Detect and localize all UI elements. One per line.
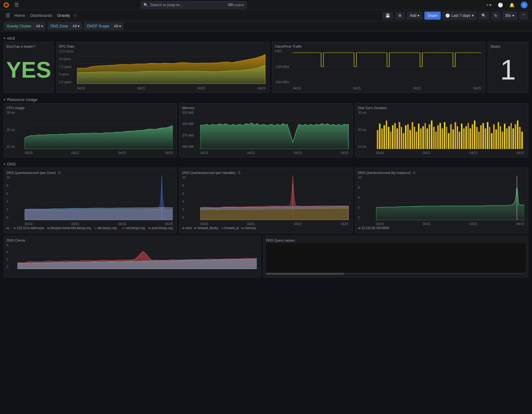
dns-queries-instance-panel: DNS Queries/second (by instance) ⚠ 10 8 … [355, 168, 528, 233]
svg-rect-40 [383, 125, 385, 149]
rpc-rate-chart: 12.5 ops/s 10 ops/s 7.5 ops/s 5 ops/s 2.… [59, 50, 267, 90]
dns-zone-y-axis: 10 8 6 4 2 0 [7, 176, 24, 219]
svg-rect-39 [381, 128, 383, 149]
resource-section-label: Resource Usage [7, 97, 37, 102]
etcd-section-header[interactable]: ▾ etcd [4, 34, 528, 42]
svg-rect-68 [444, 122, 445, 149]
add-chevron-icon: ▾ [418, 13, 419, 18]
gravity-cluster-var: Gravity Cluster All ▾ [4, 22, 45, 30]
cpu-y-0: 30 ms [7, 111, 22, 114]
memory-x-axis: 04/19 04/21 04/23 04/25 [200, 151, 348, 155]
svg-rect-74 [457, 126, 458, 149]
legend-lab-item: lab.beryju.org. [94, 226, 117, 230]
dns-zone-select[interactable]: All ▾ [70, 22, 82, 30]
collapse-button[interactable]: ⌃ [519, 12, 528, 20]
gravity-cluster-label: Gravity Cluster [4, 22, 34, 30]
dns-row2: DNS Clients 6 4 2 0 [4, 236, 528, 277]
svg-rect-59 [424, 123, 426, 149]
settings-button[interactable]: ⚙ [395, 12, 405, 20]
star-icon[interactable]: ☆ [73, 13, 77, 18]
svg-rect-79 [467, 123, 469, 149]
svg-rect-56 [418, 124, 419, 149]
svg-rect-81 [472, 124, 473, 149]
legend-fwdip-label: forward_ip [225, 226, 239, 230]
gravity-cluster-select[interactable]: All ▾ [34, 22, 45, 30]
legend-prod-item: prod.beryju.org. [148, 226, 173, 230]
resource-row: CPU Usage 30 ms 20 ms 10 ms [4, 103, 528, 157]
breadcrumb-home[interactable]: Home [14, 13, 25, 18]
svg-rect-87 [485, 128, 486, 149]
disk-sync-x-axis: 04/19 04/21 04/23 04/25 [376, 151, 524, 155]
dns-handler-chart: 10 8 6 4 2 0 [182, 176, 350, 226]
rpc-rate-y-axis: 12.5 ops/s 10 ops/s 7.5 ops/s 5 ops/s 2.… [59, 50, 76, 84]
dhcp-scope-select[interactable]: All ▾ [112, 22, 123, 30]
refresh-icon: ↻ [494, 13, 497, 18]
rpc-rate-chart-inner [77, 50, 265, 84]
search-bar[interactable]: 🔍 Search or jump to... ⌨ cmd+k [141, 1, 247, 9]
etcd-leader-value: YES [7, 50, 51, 90]
resource-usage-section-header[interactable]: ▾ Resource Usage [4, 95, 528, 103]
clock-range-icon: 🕐 [445, 13, 450, 18]
svg-rect-97 [506, 128, 508, 149]
dns-clients-chart-inner [17, 243, 257, 269]
dns-clients-chart: 6 4 2 0 [7, 243, 258, 275]
dns-query-names-title: DNS Query names [266, 238, 525, 242]
etcd-section-label: etcd [7, 36, 15, 41]
breadcrumb: Home › Dashboards › Gravity ☆ [14, 13, 77, 18]
notifications-button[interactable]: 🔔 [507, 2, 516, 8]
legend-memory-item: memory [241, 226, 256, 230]
share-button[interactable]: Share [424, 12, 441, 20]
share-label: Share [428, 13, 438, 18]
legend-label-home: beryjuio-home.k8s.beryju.org. [51, 226, 92, 230]
legend-arpa-item: 120.10.in-addr.arpa. [13, 226, 45, 230]
dns-row1: DNS Queries/second (per Zone) ⚠ 10 8 6 4… [4, 168, 528, 233]
dashboard-content: ▾ etcd Etcd has a leader? YES RPC Rate 1… [0, 31, 532, 282]
dns-instance-chart-inner [376, 176, 524, 220]
breadcrumb-dashboards[interactable]: Dashboards [30, 13, 52, 18]
sidebar-toggle-button[interactable]: ☰ [4, 12, 12, 19]
zoom-out-button[interactable]: 🔍 [478, 12, 489, 20]
legend-fwdip-color [221, 228, 224, 229]
add-button[interactable]: Add ▾ [407, 12, 423, 20]
avatar-button[interactable]: G [519, 1, 530, 9]
clock-icon: 🕐 [498, 2, 503, 7]
svg-rect-46 [396, 128, 398, 149]
dns-zone-var: DNS Zone All ▾ [48, 22, 82, 30]
refresh-button[interactable]: ↻ [491, 12, 501, 20]
x-1: 04/21 [353, 87, 361, 90]
legend-home-item: beryjuio-home.k8s.beryju.org. [47, 226, 92, 230]
save-button[interactable]: 💾 [382, 12, 393, 20]
breadcrumb-sep1: › [27, 13, 28, 18]
nodes-title: Nodes [491, 45, 525, 48]
disk-sync-chart-inner [376, 111, 524, 149]
client-peer-chart: 0 B/s -128 KiB/s -256 KiB/s [275, 50, 482, 90]
rpc-rate-title: RPC Rate [59, 45, 267, 48]
svg-rect-101 [515, 124, 516, 149]
plus-menu-button[interactable]: + ▾ [484, 2, 493, 8]
legend-instance-label: 10.120.20.250:8009 [361, 226, 389, 230]
legend-label-prod: prod.beryju.org. [152, 226, 173, 230]
svg-rect-54 [414, 127, 415, 149]
legend-color-prod [148, 228, 151, 229]
svg-rect-64 [435, 132, 437, 149]
refresh-interval-picker[interactable]: 30s ▾ [502, 12, 517, 20]
avatar: G [521, 2, 528, 8]
y-0: 0 B/s [275, 50, 291, 53]
legend-etcd-label: etcd [186, 226, 191, 230]
history-button[interactable]: 🕐 [496, 2, 505, 8]
x-0: 04/19 [293, 87, 301, 90]
dns-section-header[interactable]: ▾ DNS [4, 160, 528, 168]
svg-rect-86 [482, 123, 484, 149]
x-label-2: 04/23 [197, 87, 205, 90]
time-range-chevron: ▾ [472, 13, 474, 18]
time-range-picker[interactable]: 🕐 Last 7 days ▾ [443, 12, 476, 20]
etcd-leader-title: Etcd has a leader? [7, 45, 51, 48]
hamburger-menu-button[interactable]: ☰ [12, 1, 21, 8]
search-shortcut: cmd+k [234, 3, 244, 7]
save-icon: 💾 [385, 13, 390, 18]
toolbar-right: 💾 ⚙ Add ▾ Share 🕐 Last 7 days ▾ 🔍 ↻ 30s … [382, 12, 528, 20]
client-peer-traffic-panel: Client/Peer Traffic 0 B/s -128 KiB/s -25… [272, 42, 485, 93]
memory-chart-inner [200, 111, 348, 149]
y-label-2: 7.5 ops/s [59, 65, 75, 69]
interval-chevron-icon: ▾ [512, 13, 514, 18]
